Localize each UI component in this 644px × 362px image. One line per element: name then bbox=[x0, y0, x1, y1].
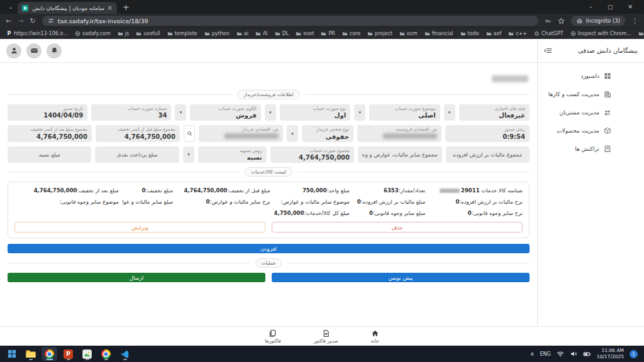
browser-tab[interactable]: سامانه مودیان | پیشگامان دانش صدفی × bbox=[18, 2, 117, 14]
field-buyer-person-type[interactable]: نوع شخص خریدارحقوقی bbox=[302, 125, 353, 141]
field-settlement-method[interactable]: روش تسویهنسیه bbox=[198, 146, 267, 163]
send-button[interactable]: ارسال bbox=[8, 273, 265, 282]
bookmark-item[interactable]: templete bbox=[167, 31, 197, 36]
sidebar-item-dashboard[interactable]: داشبورد bbox=[541, 72, 611, 80]
browser-menu-icon[interactable]: ⋮ bbox=[631, 17, 638, 25]
caret-down-icon: ▾ bbox=[448, 110, 451, 115]
field-total-vat[interactable]: مجموع مالیات بر ارزش افزوده bbox=[446, 146, 530, 163]
footer-nav-invoices[interactable]: فاکتورها bbox=[265, 329, 280, 344]
tab-close-icon[interactable]: × bbox=[108, 4, 113, 11]
bookmark-item[interactable]: Phttps://win13-106.ir... bbox=[6, 31, 68, 36]
bookmark-item[interactable]: c++ bbox=[508, 31, 527, 36]
forward-icon[interactable]: → bbox=[18, 18, 23, 25]
dropdown-button-invoice-type[interactable]: ▾ bbox=[265, 104, 276, 121]
profile-button[interactable] bbox=[6, 43, 21, 58]
field-issue-time[interactable]: زمان صدور0:9:54 bbox=[445, 125, 530, 141]
field-label: الگوی صورت حساب bbox=[194, 106, 256, 112]
bookmark-item[interactable]: dissertation bbox=[638, 31, 644, 36]
item-field-value: 0 bbox=[468, 210, 472, 216]
sidebar-collapse-icon[interactable] bbox=[544, 47, 552, 55]
bookmark-item[interactable]: ai bbox=[236, 31, 248, 36]
taskbar-app-powerpoint[interactable]: P bbox=[60, 347, 76, 361]
footer-nav-issue-invoice[interactable]: صدور فاکتور bbox=[314, 329, 338, 344]
bookmark-item[interactable]: usefull bbox=[136, 31, 160, 36]
dropdown-button-buyer-person-type[interactable]: ▾ bbox=[287, 125, 298, 141]
incognito-badge[interactable]: Incognito (3) bbox=[571, 16, 625, 26]
field-seller-economic-code[interactable]: ش. اقتصادی فروشنده bbox=[357, 125, 441, 141]
form-row-3: مجموع مالیات بر ارزش افزودهمجموع سایر ما… bbox=[8, 146, 530, 163]
language-indicator[interactable]: ENG bbox=[540, 351, 551, 357]
sidebar-item-products[interactable]: مدیریت محصولات bbox=[541, 127, 611, 134]
taskbar-app-vscode[interactable] bbox=[117, 347, 133, 361]
dropdown-button-settlement-method[interactable]: ▾ bbox=[183, 146, 194, 163]
messages-button[interactable] bbox=[26, 43, 42, 58]
field-total-before-discount[interactable]: مجموع مبلغ قبل از کسر تخفیف4,764,750,000 bbox=[96, 125, 180, 141]
field-credit-amount[interactable]: مبلغ نسیه bbox=[8, 146, 91, 163]
bookmark-item[interactable]: financial bbox=[425, 31, 453, 36]
window-maximize-button[interactable]: ▢ bbox=[608, 4, 613, 10]
battery-icon[interactable] bbox=[583, 350, 591, 358]
dropdown-button-invoice-subject[interactable]: ▾ bbox=[354, 104, 365, 121]
password-key-icon[interactable] bbox=[545, 18, 552, 25]
taskbar-app-photos[interactable] bbox=[79, 347, 95, 361]
bookmark-item[interactable]: sadafy.com bbox=[75, 31, 111, 36]
bookmark-item[interactable]: aef bbox=[486, 31, 502, 36]
bookmark-item[interactable]: todo bbox=[460, 31, 479, 36]
sidebar-item-businesses[interactable]: مدیریت کسب و کارها bbox=[541, 90, 611, 98]
taskbar-clock[interactable]: 11:06 AM 10/17/2025 bbox=[597, 348, 624, 360]
taskbar-app-chrome[interactable] bbox=[98, 347, 114, 361]
sidebar-item-customers[interactable]: مدیریت مشتریان bbox=[541, 109, 611, 116]
bookmark-item[interactable]: project bbox=[367, 31, 392, 36]
bookmark-item[interactable]: PR bbox=[321, 31, 335, 36]
field-optional-fields[interactable]: فیلد های اختیاریغیرفعال bbox=[459, 104, 530, 121]
reload-icon[interactable]: ↻ bbox=[30, 18, 35, 25]
field-invoice-number[interactable]: شماره صورت حساب34 bbox=[91, 104, 171, 121]
window-close-button[interactable]: ✕ bbox=[628, 4, 633, 10]
edit-item-button[interactable]: ویرایش bbox=[14, 222, 265, 233]
sidebar-item-transactions[interactable]: تراکنش ها bbox=[541, 145, 611, 153]
field-invoice-total[interactable]: مجموع صورت حساب4,764,750,000 bbox=[270, 146, 354, 163]
field-cash-payment-amount[interactable]: مبلغ پرداخت نقدی bbox=[95, 146, 179, 163]
field-total-other-taxes[interactable]: مجموع سایر مالیات، عوارض و وجو... bbox=[358, 146, 441, 163]
delete-item-button[interactable]: حذف bbox=[272, 222, 523, 233]
bookmark-item[interactable]: DL bbox=[275, 31, 289, 36]
field-buyer-economic-code[interactable]: ش. اقتصادی خریدار bbox=[199, 125, 283, 141]
bookmark-item[interactable]: core bbox=[342, 31, 360, 36]
field-total-after-discount[interactable]: مجموع مبلغ بعد از کسر تخفیف4,764,750,000 bbox=[8, 125, 92, 141]
taskbar-app-start[interactable] bbox=[4, 347, 19, 361]
field-invoice-type[interactable]: نوع صورت حساباول bbox=[280, 104, 350, 121]
bookmark-item[interactable]: osm bbox=[399, 31, 418, 36]
window-minimize-button[interactable]: – bbox=[589, 4, 592, 10]
notification-badge[interactable]: 1 bbox=[630, 350, 638, 358]
back-icon[interactable]: ← bbox=[6, 18, 11, 25]
dropdown-button-invoice-pattern[interactable]: ▾ bbox=[175, 104, 186, 121]
tab-search-icon[interactable]: ⌄ bbox=[4, 4, 18, 10]
item-field-value: 4,764,750,000 bbox=[184, 187, 227, 194]
bookmark-star-icon[interactable] bbox=[558, 18, 565, 25]
notifications-button[interactable] bbox=[47, 43, 62, 58]
bookmark-item[interactable]: eset bbox=[296, 31, 314, 36]
site-settings-icon[interactable] bbox=[48, 18, 54, 24]
field-issue-date[interactable]: تاریخ صدور1404/04/09 bbox=[8, 104, 87, 121]
dropdown-button-optional-fields[interactable]: ▾ bbox=[444, 104, 455, 121]
search-button-buyer-economic-code[interactable] bbox=[184, 125, 195, 141]
wifi-icon[interactable] bbox=[557, 350, 564, 358]
bookmark-item[interactable]: ChatGPT bbox=[534, 31, 564, 36]
address-bar[interactable]: tax.sadafy.ir/tax-invoice/18/39 bbox=[42, 16, 538, 26]
new-tab-button[interactable]: + bbox=[123, 3, 130, 12]
field-invoice-subject[interactable]: موضوع صورت حساباصلی bbox=[369, 104, 440, 121]
taskbar-app-explorer[interactable] bbox=[23, 347, 38, 361]
draft-button[interactable]: پیش نویس bbox=[272, 273, 530, 282]
add-item-button[interactable]: افزودن bbox=[8, 244, 530, 253]
bookmark-item[interactable]: js bbox=[118, 31, 129, 36]
bookmark-item[interactable]: Inspect with Chrom... bbox=[570, 31, 631, 36]
tray-expand-icon[interactable]: ∧ bbox=[530, 351, 535, 357]
bookmark-item[interactable]: python bbox=[204, 31, 230, 36]
volume-muted-icon[interactable] bbox=[570, 350, 577, 358]
bookmark-label: Al bbox=[263, 31, 268, 36]
bookmark-item[interactable]: Al bbox=[255, 31, 268, 36]
incognito-icon bbox=[576, 18, 583, 25]
field-invoice-pattern[interactable]: الگوی صورت حسابفروش bbox=[190, 104, 260, 121]
footer-nav-home[interactable]: خانه bbox=[371, 329, 379, 344]
taskbar-app-chrome-active[interactable] bbox=[42, 347, 57, 361]
